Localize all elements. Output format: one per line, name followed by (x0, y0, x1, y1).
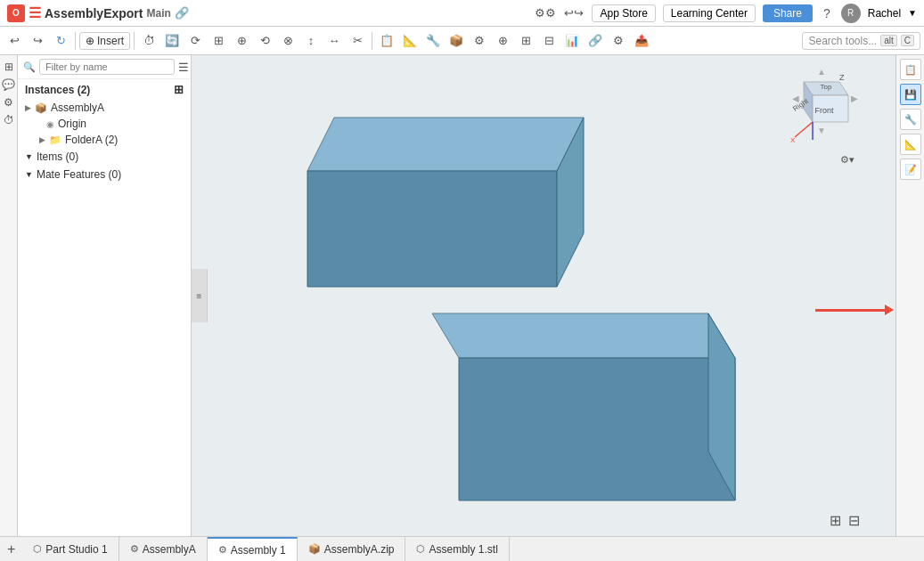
svg-marker-1 (307, 171, 557, 287)
items-arrow: ▼ (25, 152, 33, 161)
view-settings-btn[interactable]: ⚙▾ (837, 149, 858, 170)
tb-icon-14[interactable]: 📦 (446, 30, 467, 52)
tb-icon-22[interactable]: 📤 (631, 30, 652, 52)
toolbar-sep-1 (75, 32, 76, 50)
tb-icon-19[interactable]: 📊 (561, 30, 583, 52)
tb-icon-9[interactable]: ↔ (323, 30, 345, 52)
redo-btn[interactable]: ↪ (27, 30, 48, 52)
section-items[interactable]: ▼ Items (0) (18, 148, 191, 166)
tb-icon-21[interactable]: ⚙ (608, 30, 629, 52)
tab-label-part-studio: Part Studio 1 (45, 543, 107, 556)
tb-icon-1[interactable]: ⏱ (138, 30, 159, 52)
tab-assembly1-stl[interactable]: ⬡ Assembly 1.stl (405, 537, 509, 561)
rp-btn-2[interactable]: 💾 (900, 84, 921, 105)
tab-assemblyA[interactable]: ⚙ AssemblyA (119, 537, 208, 561)
narrow-left-bar: ⊞ 💬 ⚙ ⏱ (0, 55, 18, 536)
nl-icon-3[interactable]: ⚙ (4, 96, 13, 109)
cube-right-arrow[interactable]: ▶ (851, 94, 858, 103)
tb-icon-7[interactable]: ⊗ (277, 30, 298, 52)
share-btn[interactable]: Share (763, 4, 813, 22)
learning-center-btn[interactable]: Learning Center (663, 4, 756, 22)
sidebar-menu-icon[interactable]: ☰ (178, 61, 189, 74)
tb-icon-13[interactable]: 🔧 (422, 30, 444, 52)
rp-btn-1[interactable]: 📋 (900, 59, 921, 80)
viewport[interactable]: ≡ (192, 55, 895, 536)
nl-icon-4[interactable]: ⏱ (4, 114, 14, 126)
svg-marker-4 (459, 358, 735, 500)
tab-assembly-1[interactable]: ⚙ Assembly 1 (208, 537, 298, 561)
user-name[interactable]: Rachel (868, 7, 901, 20)
x-axis-label: X (790, 136, 796, 144)
measure-icon[interactable]: ⊞ (830, 512, 841, 529)
status-bar: + ⬡ Part Studio 1 ⚙ AssemblyA ⚙ Assembly… (0, 536, 924, 561)
search-shortcut-c: C (901, 35, 914, 46)
tree-item-origin[interactable]: ◉ Origin (18, 116, 191, 132)
sidebar: 🔍 ☰ Instances (2) ⊞ ▶ 📦 AssemblyA ◉ Orig… (18, 55, 192, 536)
menu-icon[interactable]: ☰ (29, 4, 41, 21)
cube-front-label: Front (814, 106, 834, 115)
undo-btn[interactable]: ↩ (4, 30, 25, 52)
section-mate-features[interactable]: ▼ Mate Features (0) (18, 166, 191, 183)
tab-label-stl: Assembly 1.stl (429, 543, 497, 556)
rp-btn-4[interactable]: 📐 (900, 134, 921, 155)
collapse-sidebar-btn[interactable]: ≡ (192, 269, 208, 322)
tab-assemblyA-zip[interactable]: 📦 AssemblyA.zip (298, 537, 406, 561)
toolbar: ↩ ↪ ↻ ⊕ Insert ⏱ 🔄 ⟳ ⊞ ⊕ ⟲ ⊗ ↕ ↔ ✂ 📋 📐 🔧… (0, 27, 924, 55)
tb-icon-18[interactable]: ⊟ (538, 30, 560, 52)
user-dropdown-icon[interactable]: ▼ (908, 8, 917, 18)
logo-icon: O (7, 4, 25, 22)
add-tab-btn[interactable]: + (0, 541, 22, 557)
nl-icon-1[interactable]: ⊞ (4, 61, 13, 73)
main-area: ⊞ 💬 ⚙ ⏱ 🔍 ☰ Instances (2) ⊞ ▶ 📦 Assembly… (0, 55, 924, 536)
refresh-btn[interactable]: ↻ (50, 30, 71, 52)
tb-icon-20[interactable]: 🔗 (585, 30, 606, 52)
settings-btn[interactable]: ⚙⚙ (535, 3, 556, 24)
cube-left-arrow[interactable]: ◀ (792, 94, 799, 103)
grid-icon[interactable]: ⊟ (848, 512, 860, 529)
tb-icon-11[interactable]: 📋 (376, 30, 397, 52)
tb-icon-5[interactable]: ⊕ (231, 30, 252, 52)
help-btn[interactable]: ? (820, 4, 834, 22)
tb-icon-4[interactable]: ⊞ (208, 30, 229, 52)
mate-features-arrow: ▼ (25, 170, 33, 179)
tree-item-folderA[interactable]: ▶ 📁 FolderA (2) (18, 132, 191, 148)
top-bar: O ☰ AssemblyExport Main 🔗 ⚙⚙ ↩↪ App Stor… (0, 0, 924, 27)
cube-up-arrow[interactable]: ▲ (817, 67, 826, 77)
tab-part-studio-1[interactable]: ⬡ Part Studio 1 (22, 537, 119, 561)
toolbar-sep-2 (134, 32, 135, 50)
tb-icon-3[interactable]: ⟳ (184, 30, 206, 52)
view-cube[interactable]: Front Right Top X Z ▲ ▼ ◀ ▶ ⚙▾ (781, 64, 862, 144)
history-btn[interactable]: ↩↪ (563, 3, 585, 24)
tab-icon-assembly1: ⚙ (218, 544, 227, 556)
toolbar-sep-3 (372, 32, 372, 50)
link-icon[interactable]: 🔗 (175, 6, 189, 20)
tb-icon-12[interactable]: 📐 (399, 30, 421, 52)
instances-icon[interactable]: ⊞ (174, 83, 184, 96)
sidebar-toolbar: 🔍 ☰ (18, 55, 191, 79)
cube-down-arrow[interactable]: ▼ (817, 126, 826, 135)
filter-input[interactable] (39, 59, 175, 75)
insert-btn[interactable]: ⊕ Insert (79, 32, 130, 50)
tb-icon-15[interactable]: ⚙ (469, 30, 490, 52)
tb-icon-8[interactable]: ↕ (300, 30, 322, 52)
rp-btn-3[interactable]: 🔧 (900, 109, 921, 130)
tab-label-zip: AssemblyA.zip (324, 543, 395, 556)
items-label: Items (0) (37, 150, 78, 163)
origin-label: Origin (58, 118, 86, 130)
tb-icon-16[interactable]: ⊕ (492, 30, 513, 52)
cube-top-label: Top (821, 83, 832, 91)
folderA-icon: 📁 (49, 134, 61, 146)
rp-btn-5[interactable]: 📝 (900, 159, 921, 180)
search-shortcut-alt: alt (880, 35, 897, 46)
tb-icon-10[interactable]: ✂ (347, 30, 368, 52)
tab-label-assemblyA: AssemblyA (143, 543, 196, 556)
tb-icon-6[interactable]: ⟲ (254, 30, 275, 52)
svg-line-9 (795, 122, 813, 137)
tb-icon-17[interactable]: ⊞ (515, 30, 536, 52)
tree-item-assemblyA[interactable]: ▶ 📦 AssemblyA (18, 100, 191, 116)
tb-icon-2[interactable]: 🔄 (161, 30, 183, 52)
search-tools[interactable]: Search tools... alt C (802, 32, 920, 50)
nl-icon-2[interactable]: 💬 (2, 78, 15, 91)
app-store-btn[interactable]: App Store (592, 4, 655, 22)
box-upper (281, 109, 601, 331)
